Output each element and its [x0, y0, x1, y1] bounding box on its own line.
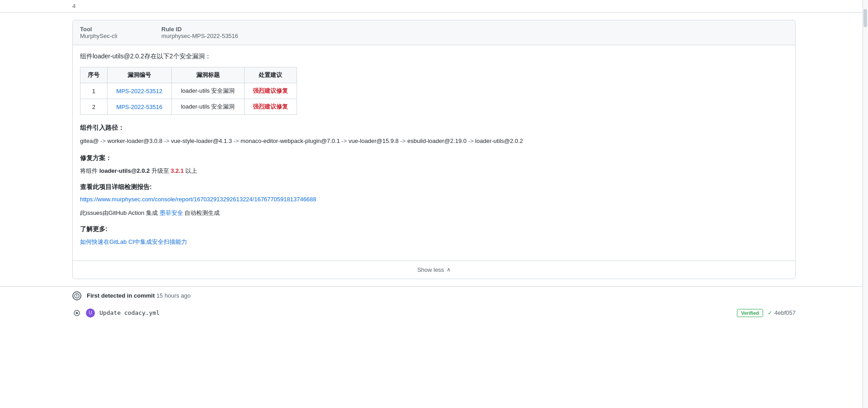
learn-more-link[interactable]: 如何快速在GitLab CI中集成安全扫描能力: [80, 238, 788, 246]
line-number: 4: [72, 3, 86, 9]
fix-version: 3.2.1: [171, 167, 184, 174]
row-suggestion: 强烈建议修复: [244, 83, 297, 99]
first-detected-icon: [72, 291, 81, 300]
murphysec-link[interactable]: 墨菲安全: [160, 209, 183, 216]
issues-text: 此issues由GitHub Action 集成 墨菲安全 自动检测生成: [80, 209, 788, 217]
row-vuln-id: MPS-2022-53516: [107, 99, 171, 115]
avatar: U: [86, 308, 95, 318]
ruleid-value: murphysec-MPS-2022-53516: [161, 33, 788, 39]
card-tool-header: Tool MurphySec-cli Rule ID murphysec-MPS…: [73, 20, 795, 45]
row-id: 2: [80, 99, 108, 115]
page-container: 4 Tool MurphySec-cli Rule ID murphysec-M…: [0, 0, 868, 408]
fix-text-3: 以上: [184, 167, 197, 174]
issues-prefix: 此issues由GitHub Action 集成: [80, 209, 160, 216]
time-ago-value: 15 hours ago: [156, 292, 191, 299]
row-id: 1: [80, 83, 108, 99]
first-detected-text: First detected in commit 15 hours ago: [87, 292, 191, 299]
intro-text: 组件loader-utils@2.0.2存在以下2个安全漏洞：: [80, 52, 788, 61]
vulnerability-card: Tool MurphySec-cli Rule ID murphysec-MPS…: [72, 20, 796, 279]
commit-name: Update codacy.yml: [99, 309, 160, 316]
show-less-label: Show less: [417, 266, 444, 273]
fix-bold-1: loader-utils@2.0.2: [99, 167, 150, 174]
checkmark-icon: ✓: [768, 309, 773, 316]
path-text-start: gitea@: [80, 138, 100, 144]
fix-text-2: 升级至: [150, 167, 170, 174]
col-header-suggestion: 处置建议: [244, 67, 297, 83]
learn-more-title: 了解更多:: [80, 225, 788, 233]
row-vuln-id: MPS-2022-53512: [107, 83, 171, 99]
tool-value: MurphySec-cli: [80, 33, 161, 39]
chevron-up-icon: ∧: [447, 266, 451, 273]
commit-hash-value: 4ebf057: [774, 309, 796, 316]
commit-hash: ✓ 4ebf057: [768, 309, 796, 316]
top-line-row: 4: [0, 0, 868, 13]
commit-section: First detected in commit 15 hours ago: [0, 286, 868, 305]
ruleid-label: Rule ID: [161, 26, 788, 33]
fix-plan-content: 将组件 loader-utils@2.0.2 升级至 3.2.1 以上: [80, 167, 788, 175]
vulnerability-table: 序号 漏洞编号 漏洞标题 处置建议 1MPS-2022-53512loader-…: [80, 67, 297, 115]
row-suggestion: 强烈建议修复: [244, 99, 297, 115]
ruleid-section: Rule ID murphysec-MPS-2022-53516: [161, 26, 788, 39]
main-content: Tool MurphySec-cli Rule ID murphysec-MPS…: [0, 20, 868, 279]
table-row: 2MPS-2022-53516loader-utils 安全漏洞强烈建议修复: [80, 99, 297, 115]
col-header-title: 漏洞标题: [171, 67, 244, 83]
col-header-vulnid: 漏洞编号: [107, 67, 171, 83]
scrollbar[interactable]: [863, 0, 868, 408]
fix-text-1: 将组件: [80, 167, 99, 174]
scrollbar-thumb[interactable]: [863, 9, 867, 27]
first-detected-label: First detected in commit: [87, 292, 155, 299]
tool-label: Tool: [80, 26, 161, 33]
component-path-content: gitea@ -> worker-loader@3.0.8 -> vue-sty…: [80, 137, 788, 146]
svg-point-2: [76, 297, 77, 298]
table-header: 序号 漏洞编号 漏洞标题 处置建议: [80, 67, 297, 83]
table-body: 1MPS-2022-53512loader-utils 安全漏洞强烈建议修复2M…: [80, 83, 297, 115]
vuln-id-link[interactable]: MPS-2022-53516: [116, 104, 162, 110]
fix-plan-title: 修复方案：: [80, 154, 788, 162]
vuln-id-link[interactable]: MPS-2022-53512: [116, 88, 162, 95]
commit-line-icon: [72, 309, 81, 317]
row-title: loader-utils 安全漏洞: [171, 99, 244, 115]
tool-section: Tool MurphySec-cli: [80, 26, 161, 39]
col-header-id: 序号: [80, 67, 108, 83]
component-path-title: 组件引入路径：: [80, 124, 788, 132]
row-title: loader-utils 安全漏洞: [171, 83, 244, 99]
report-title: 查看此项目详细检测报告:: [80, 183, 788, 191]
verified-badge: Verified: [737, 309, 763, 317]
table-row: 1MPS-2022-53512loader-utils 安全漏洞强烈建议修复: [80, 83, 297, 99]
show-less-bar[interactable]: Show less ∧: [73, 261, 795, 279]
card-body: 组件loader-utils@2.0.2存在以下2个安全漏洞： 序号 漏洞编号 …: [73, 45, 795, 261]
issues-suffix: 自动检测生成: [183, 209, 220, 216]
commit-row: U Update codacy.yml Verified ✓ 4ebf057: [0, 305, 868, 321]
report-link[interactable]: https://www.murphysec.com/console/report…: [80, 196, 788, 203]
svg-point-4: [76, 312, 78, 314]
